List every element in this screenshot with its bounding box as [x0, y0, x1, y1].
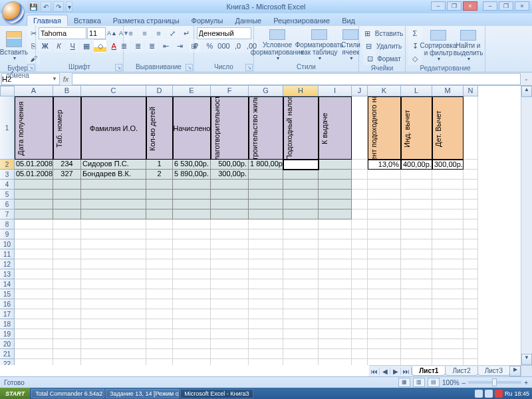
cell[interactable] [368, 269, 401, 279]
cell[interactable] [15, 309, 53, 319]
cell[interactable] [173, 359, 211, 365]
cell[interactable] [146, 349, 173, 359]
cell[interactable] [249, 180, 283, 190]
cell[interactable]: Бондарев В.К. [81, 170, 146, 180]
row-header[interactable]: 12 [0, 259, 15, 269]
cell[interactable] [53, 339, 81, 349]
cell[interactable] [249, 170, 283, 180]
cell[interactable] [146, 200, 173, 209]
cell[interactable] [81, 329, 146, 339]
cell[interactable] [319, 299, 352, 309]
cell[interactable] [319, 160, 352, 170]
row-header[interactable]: 14 [0, 279, 15, 289]
cell[interactable] [53, 319, 81, 329]
cell[interactable] [464, 249, 478, 259]
restore-button[interactable]: ❐ [447, 1, 462, 11]
cell-styles-button[interactable]: Стили ячеек▼ [340, 29, 361, 62]
cell[interactable] [432, 180, 464, 190]
cell[interactable] [211, 180, 249, 190]
cell[interactable] [368, 249, 401, 259]
cell[interactable] [283, 180, 319, 190]
cell[interactable] [283, 239, 319, 249]
cell[interactable] [249, 229, 283, 239]
cell[interactable] [352, 229, 368, 239]
cell[interactable] [81, 209, 146, 219]
sheet-nav-last-icon[interactable]: ⏭ [401, 368, 412, 375]
column-header[interactable]: G [249, 86, 283, 96]
cell[interactable] [211, 269, 249, 279]
row-header[interactable]: 18 [0, 319, 15, 329]
cell[interactable] [352, 299, 368, 309]
cell[interactable] [464, 289, 478, 299]
cell[interactable] [81, 319, 146, 329]
column-header[interactable]: B [53, 86, 81, 96]
cell[interactable] [173, 319, 211, 329]
scroll-up-icon[interactable]: ▲ [521, 86, 532, 97]
cell[interactable] [319, 339, 352, 349]
cell[interactable] [53, 269, 81, 279]
vertical-scrollbar[interactable]: ▲ ▼ [521, 86, 532, 365]
cell[interactable] [432, 299, 464, 309]
cell[interactable] [53, 180, 81, 190]
cell[interactable] [249, 329, 283, 339]
cell[interactable] [352, 239, 368, 249]
cell[interactable] [53, 209, 81, 219]
cell[interactable] [53, 289, 81, 299]
cell[interactable] [146, 249, 173, 259]
cell[interactable] [319, 229, 352, 239]
cell[interactable] [352, 209, 368, 219]
cell[interactable] [432, 339, 464, 349]
cell[interactable] [464, 170, 478, 180]
tab-view[interactable]: Вид [336, 15, 361, 26]
cell[interactable] [53, 259, 81, 269]
cell[interactable] [319, 349, 352, 359]
cell[interactable] [15, 259, 53, 269]
cell[interactable] [211, 289, 249, 299]
cell[interactable] [15, 319, 53, 329]
cell[interactable] [283, 229, 319, 239]
cell[interactable] [352, 200, 368, 209]
cell[interactable] [401, 279, 432, 289]
cell[interactable]: 5 890,00р. [173, 170, 211, 180]
sheet-nav-first-icon[interactable]: ⏮ [369, 368, 380, 375]
format-as-table-button[interactable]: Форматировать как таблицу▼ [299, 29, 339, 62]
cell[interactable]: Сидоров П.С. [81, 160, 146, 170]
cell[interactable]: Дата получения [15, 96, 53, 160]
cell[interactable] [211, 319, 249, 329]
cell[interactable] [81, 259, 146, 269]
cell[interactable] [249, 279, 283, 289]
cell[interactable] [81, 339, 146, 349]
cell[interactable] [173, 239, 211, 249]
cell[interactable] [368, 359, 401, 365]
cell[interactable] [319, 180, 352, 190]
cell[interactable] [401, 329, 432, 339]
cell[interactable] [464, 209, 478, 219]
align-center-icon[interactable]: ≣ [131, 39, 144, 53]
cell[interactable] [15, 209, 53, 219]
cell[interactable] [352, 359, 368, 365]
cell[interactable] [401, 229, 432, 239]
cell[interactable] [432, 359, 464, 365]
cell[interactable] [319, 170, 352, 180]
cell[interactable]: 05.01.2008 [15, 160, 53, 170]
decrease-indent-icon[interactable]: ⇤ [159, 39, 172, 53]
cell[interactable] [173, 209, 211, 219]
cell[interactable] [211, 349, 249, 359]
cell[interactable] [249, 309, 283, 319]
cell[interactable] [283, 209, 319, 219]
cell[interactable] [81, 299, 146, 309]
cell[interactable] [401, 200, 432, 209]
cell[interactable] [283, 170, 319, 180]
cell[interactable] [53, 309, 81, 319]
close-button[interactable]: × [463, 1, 477, 11]
zoom-out-button[interactable]: – [462, 379, 466, 386]
cell[interactable] [53, 219, 81, 229]
cell[interactable] [283, 349, 319, 359]
cell[interactable] [464, 190, 478, 200]
row-header[interactable]: 10 [0, 239, 15, 249]
cell[interactable] [368, 190, 401, 200]
cell[interactable] [432, 200, 464, 209]
tray-icon[interactable] [485, 390, 493, 398]
cell[interactable] [173, 299, 211, 309]
cell[interactable]: 500,00р. [211, 160, 249, 170]
